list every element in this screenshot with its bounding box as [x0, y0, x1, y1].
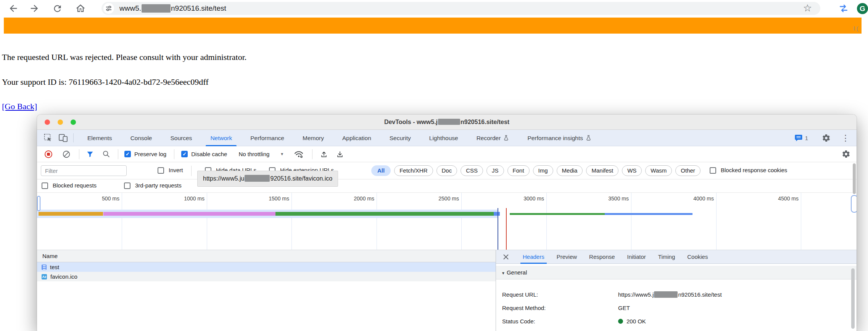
swap-extension-icon[interactable]: [838, 3, 849, 15]
home-icon[interactable]: [75, 3, 86, 14]
filter-pill-wasm[interactable]: Wasm: [645, 165, 672, 176]
network-content: Name testAzfavicon.ico HeadersPreviewRes…: [37, 250, 857, 331]
filter-pill-all[interactable]: All: [371, 165, 391, 176]
url-bar[interactable]: www5.n920516.site/test ☆: [101, 2, 820, 15]
url-text[interactable]: www5.n920516.site/test: [119, 4, 226, 13]
general-row-remote-address-: Remote Address:185.50.153.105:443: [496, 328, 857, 331]
filter-pill-doc[interactable]: Doc: [436, 165, 457, 176]
network-conditions-icon[interactable]: [294, 150, 304, 159]
filter-funnel-icon[interactable]: [86, 150, 94, 158]
request-row-test[interactable]: test: [37, 262, 496, 272]
filter-pill-other[interactable]: Other: [675, 165, 701, 176]
tab-memory[interactable]: Memory: [293, 130, 333, 146]
devtools-titlebar[interactable]: DevTools - www5.jn920516.site/test: [37, 115, 857, 130]
bookmark-star-icon[interactable]: ☆: [803, 2, 812, 14]
marker-load: [506, 208, 507, 250]
request-name: favicon.ico: [50, 273, 77, 280]
record-network-log-button[interactable]: [44, 150, 53, 159]
tab-performance[interactable]: Performance: [241, 130, 293, 146]
devtools-tabbar: ElementsConsoleSourcesNetworkPerformance…: [37, 130, 857, 146]
blocked-requests-checkbox[interactable]: [42, 182, 48, 189]
filter-pill-img[interactable]: Img: [533, 165, 553, 176]
tab-lighthouse[interactable]: Lighthouse: [420, 130, 467, 146]
export-har-icon[interactable]: [336, 150, 344, 158]
network-filter-bar-2: Blocked requests 3rd-party requests: [37, 179, 857, 193]
settings-gear-icon[interactable]: [822, 134, 831, 142]
device-toolbar-icon[interactable]: [58, 134, 68, 142]
back-icon[interactable]: [8, 3, 19, 14]
details-scrollbar-thumb[interactable]: [851, 268, 855, 329]
go-back-link[interactable]: [Go Back]: [2, 102, 37, 111]
network-overview[interactable]: 500 ms1000 ms1500 ms2000 ms2500 ms3000 m…: [37, 193, 857, 250]
waterfall-segment-green: [275, 212, 494, 216]
search-icon[interactable]: [102, 150, 110, 158]
inspect-element-icon[interactable]: [43, 133, 53, 142]
close-icon[interactable]: [503, 254, 509, 260]
general-row-label: Request URL:: [502, 291, 538, 298]
filter-pill-font[interactable]: Font: [507, 165, 530, 176]
throttling-dropdown[interactable]: No throttling: [238, 151, 269, 157]
devtools-window: DevTools - www5.jn920516.site/test Eleme…: [37, 115, 857, 331]
disable-cache-checkbox[interactable]: ✓: [181, 151, 188, 157]
grammarly-extension-icon[interactable]: G: [857, 3, 868, 14]
tab-recorder[interactable]: Recorder: [467, 130, 519, 146]
general-row-label: Status Code:: [502, 318, 535, 325]
chevron-down-icon[interactable]: ▼: [280, 152, 284, 156]
network-settings-gear-icon[interactable]: [842, 150, 850, 158]
requests-table: Name testAzfavicon.ico: [37, 250, 496, 331]
tab-elements[interactable]: Elements: [78, 130, 121, 146]
filter-input[interactable]: [41, 165, 127, 176]
details-tab-preview[interactable]: Preview: [551, 250, 583, 264]
clear-network-log-button[interactable]: [62, 150, 71, 158]
tab-network[interactable]: Network: [201, 130, 241, 146]
general-row-value: 200 OK: [618, 318, 646, 325]
issues-icon[interactable]: [795, 134, 802, 142]
import-har-icon[interactable]: [320, 150, 328, 158]
details-tab-headers[interactable]: Headers: [517, 250, 551, 264]
request-row-favicon-ico[interactable]: Azfavicon.ico: [37, 272, 496, 281]
name-column-header[interactable]: Name: [37, 250, 496, 262]
tab-console[interactable]: Console: [121, 130, 161, 146]
details-tab-timing[interactable]: Timing: [652, 250, 681, 264]
tab-application[interactable]: Application: [333, 130, 380, 146]
filter-pill-css[interactable]: CSS: [461, 165, 483, 176]
details-tab-cookies[interactable]: Cookies: [681, 250, 714, 264]
disable-cache-label: Disable cache: [191, 151, 227, 157]
filter-pill-js[interactable]: JS: [486, 165, 504, 176]
tab-performance-insights[interactable]: Performance insights: [518, 130, 601, 146]
site-settings-icon[interactable]: [103, 3, 114, 14]
divider: [79, 149, 79, 159]
reload-icon[interactable]: [52, 3, 63, 14]
overview-left-handle[interactable]: [37, 196, 40, 211]
tick-label: 500 ms: [87, 195, 119, 202]
filter-pill-fetch-xhr[interactable]: Fetch/XHR: [394, 165, 433, 176]
redaction-box: [245, 175, 270, 182]
request-rows: testAzfavicon.ico: [37, 262, 496, 281]
preserve-log-label: Preserve log: [134, 151, 166, 157]
waterfall-segment-blue: [605, 213, 692, 215]
browser-toolbar: www5.n920516.site/test ☆ G: [0, 0, 868, 17]
devtools-scrollbar-thumb[interactable]: [853, 163, 856, 194]
preserve-log-checkbox[interactable]: ✓: [124, 151, 131, 157]
tab-sources[interactable]: Sources: [161, 130, 201, 146]
filter-pill-manifest[interactable]: Manifest: [586, 165, 618, 176]
general-section-header[interactable]: ▼General: [496, 266, 857, 279]
gridline: [122, 193, 122, 250]
more-options-kebab-icon[interactable]: ⋮: [841, 130, 850, 146]
overview-right-handle[interactable]: [851, 195, 857, 213]
forward-icon[interactable]: [29, 3, 40, 14]
details-tab-initiator[interactable]: Initiator: [621, 250, 652, 264]
filter-pill-ws[interactable]: WS: [622, 165, 642, 176]
filter-pill-media[interactable]: Media: [557, 165, 583, 176]
tick-label: 4500 ms: [766, 195, 799, 202]
tab-security[interactable]: Security: [380, 130, 420, 146]
blocked-response-cookies-checkbox[interactable]: [710, 167, 716, 174]
third-party-requests-checkbox[interactable]: [124, 182, 130, 189]
details-tab-response[interactable]: Response: [583, 250, 621, 264]
rejection-message: The requested URL was rejected. Please c…: [2, 52, 246, 62]
gridline: [801, 193, 801, 250]
gridline: [546, 193, 547, 250]
issues-count: 1: [805, 135, 808, 141]
invert-checkbox[interactable]: [158, 167, 164, 174]
divider: [191, 166, 192, 176]
